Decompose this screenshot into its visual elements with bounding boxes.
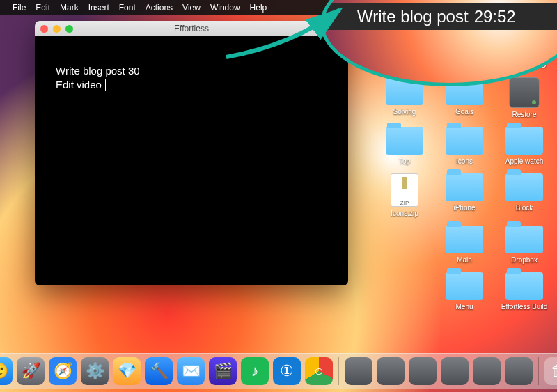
folder-icon (505, 272, 543, 300)
desktop-item-iPhone[interactable]: iPhone (436, 173, 493, 217)
menu-view[interactable]: View (182, 3, 201, 13)
folder-icon (505, 127, 543, 155)
menu-font[interactable]: Font (119, 3, 136, 13)
hard-drive-icon (509, 77, 540, 108)
dock-launchpad[interactable]: 🚀 (17, 357, 45, 385)
desktop-icons: Macintosh HDSolvingGoalsRestoreTopIconsA… (372, 28, 553, 311)
svg-rect-2 (526, 4, 535, 10)
desktop-item-Menu[interactable]: Menu (436, 272, 493, 311)
menu-help[interactable]: Help (250, 3, 267, 13)
desktop-item-label: Icons (456, 157, 473, 165)
dock-trash[interactable]: 🗑 (544, 357, 557, 385)
folder-icon (446, 173, 483, 201)
dock-xcode[interactable]: 🔨 (145, 357, 173, 385)
dock-spotify[interactable]: ♪ (241, 357, 269, 385)
desktop-item-label: Dropbox (511, 256, 538, 264)
desktop-item-Icons[interactable]: Icons (436, 127, 493, 165)
desktop-item-label: Icons.zip (391, 210, 418, 217)
menu-bar: File Edit Mark Insert Font Actions View … (0, 0, 557, 15)
effortless-window[interactable]: Effortless Write blog post 30 Edit video (35, 21, 348, 285)
desktop-item-Main[interactable]: Main (436, 226, 493, 264)
desktop-item-label: Top (399, 157, 410, 165)
folder-icon (505, 226, 543, 253)
text-cursor (102, 79, 106, 91)
dock-recent-4[interactable] (441, 357, 469, 385)
menubar-right (508, 3, 551, 13)
desktop-item-Block[interactable]: Block (496, 173, 553, 217)
desktop-item-label: Restore (512, 111, 536, 118)
menu-file[interactable]: File (13, 3, 26, 13)
dock-separator (538, 357, 539, 385)
folder-icon (386, 127, 423, 155)
desktop-item-Solving[interactable]: Solving (376, 77, 433, 118)
folder-icon (446, 77, 483, 105)
window-title: Effortless (35, 24, 348, 33)
editor-line[interactable]: Write blog post 30 (56, 64, 336, 78)
svg-line-1 (514, 8, 516, 10)
desktop-item-label: Goals (455, 108, 473, 116)
desktop-item-Effortless Build[interactable]: Effortless Build (496, 272, 553, 311)
desktop-item-label: Macintosh HD (503, 61, 547, 69)
dock-recent-3[interactable] (409, 357, 437, 385)
dock-recent-1[interactable] (345, 357, 372, 385)
dock-safari[interactable]: 🧭 (49, 357, 77, 385)
dock-separator (338, 357, 339, 385)
desktop-item-label: iPhone (453, 204, 475, 212)
desktop-item-Macintosh HD[interactable]: Macintosh HD (496, 28, 553, 69)
window-titlebar[interactable]: Effortless (35, 21, 348, 36)
desktop-item-0[interactable] (376, 28, 433, 69)
dock-finder[interactable]: 🙂 (0, 357, 13, 385)
dock-recent-2[interactable] (377, 357, 405, 385)
spotlight-icon[interactable] (508, 3, 518, 13)
dock-1password[interactable]: ① (273, 357, 301, 385)
dock-sketch[interactable]: 💎 (113, 357, 141, 385)
dock: 🙂🚀🧭⚙️💎🔨✉️🎬♪①○🗑 (0, 353, 557, 389)
desktop-item-label: Effortless Build (501, 303, 548, 311)
desktop-item-Goals[interactable]: Goals (436, 77, 493, 118)
dock-imovie[interactable]: 🎬 (209, 357, 237, 385)
dock-recent-5[interactable] (473, 357, 501, 385)
menu-mark[interactable]: Mark (60, 3, 79, 13)
desktop-item-Apple watch[interactable]: Apple watch (496, 127, 553, 165)
desktop-item-1[interactable] (436, 28, 493, 69)
menu-window[interactable]: Window (210, 3, 240, 13)
menu-list-icon[interactable] (542, 3, 551, 13)
folder-icon (446, 272, 483, 300)
folder-icon (505, 173, 543, 201)
desktop-item-Dropbox[interactable]: Dropbox (496, 226, 553, 264)
zip-file-icon: ZIP (391, 173, 418, 207)
dock-mail[interactable]: ✉️ (177, 357, 205, 385)
desktop-item-label: Apple watch (505, 157, 543, 165)
desktop-item-label: Main (457, 256, 472, 264)
menu-edit[interactable]: Edit (36, 3, 50, 13)
editor-line[interactable]: Edit video (56, 78, 336, 92)
folder-icon (386, 77, 423, 105)
dock-chrome[interactable]: ○ (305, 357, 333, 385)
desktop: File Edit Mark Insert Font Actions View … (0, 0, 557, 392)
desktop-item-label: Solving (393, 108, 416, 116)
svg-point-0 (510, 4, 515, 9)
folder-icon (386, 28, 423, 56)
menu-actions[interactable]: Actions (146, 3, 173, 13)
desktop-item-label: Menu (455, 303, 473, 311)
desktop-item-label: Block (516, 204, 533, 212)
control-strip-icon[interactable] (525, 3, 535, 13)
folder-icon (446, 226, 483, 253)
hard-drive-icon (509, 28, 540, 58)
menu-insert[interactable]: Insert (88, 3, 109, 13)
dock-system-preferences[interactable]: ⚙️ (81, 357, 109, 385)
folder-icon (446, 127, 483, 155)
desktop-item-Restore[interactable]: Restore (496, 77, 553, 118)
folder-icon (446, 28, 483, 56)
dock-recent-6[interactable] (505, 357, 533, 385)
menu-items: File Edit Mark Insert Font Actions View … (13, 3, 267, 13)
desktop-item-Top[interactable]: Top (376, 127, 433, 165)
desktop-item-Icons.zip[interactable]: ZIPIcons.zip (376, 173, 433, 217)
task-editor[interactable]: Write blog post 30 Edit video (35, 36, 348, 105)
